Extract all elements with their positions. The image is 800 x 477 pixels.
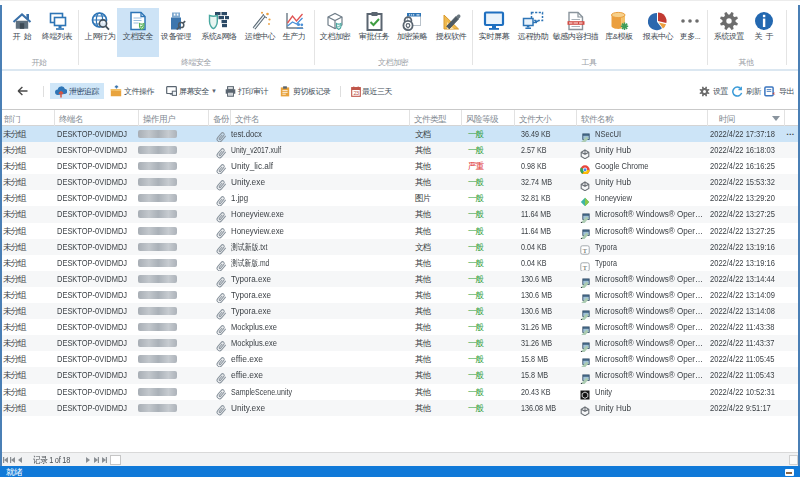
svg-text:23: 23	[353, 89, 359, 95]
